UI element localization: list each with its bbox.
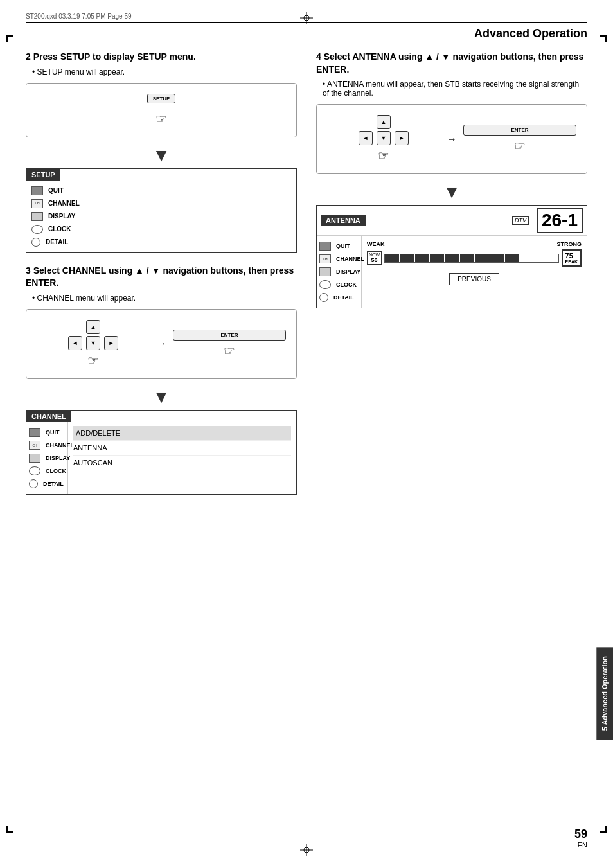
corner-mark-bl [6,825,14,833]
ant-display-icon [319,267,331,276]
page-number: 59 [574,828,587,841]
arrow-right-step4: → [443,134,461,145]
peak-value: 75 [565,252,578,260]
menu-item-quit: QUIT [31,184,291,197]
step3-nav-buttons: ▲ ◄ ▼ ► ☞ [37,320,150,368]
ch-menu-clock: CLOCK [29,465,65,477]
nav-right-btn: ► [104,336,118,350]
sub-item-add-delete: ADD/DELETE [73,426,291,441]
signal-fill [385,254,520,262]
page: ST200.qxd 03.3.19 7:05 PM Page 59 Advanc… [0,0,613,868]
quit-icon [31,186,43,195]
corner-mark-br [599,825,607,833]
antenna-header: ANTENNA DTV 26-1 [317,206,587,236]
sub-item-antenna: ANTENNA [73,441,291,456]
setup-remote: SETUP ☞ [37,94,286,127]
now-value: 56 [369,257,380,263]
setup-menu-header: SETUP [26,169,60,181]
ant-menu-clock: CLOCK [319,278,359,291]
clock-icon [31,225,43,234]
seg4 [430,254,445,262]
ch-display-label: DISPLAY [46,455,70,461]
step3-enter-panel: ENTER ☞ [173,330,286,359]
ch-quit-icon [29,428,40,437]
seg5 [445,254,459,262]
step4-remote-diagram: ▲ ◄ ▼ ► ☞ → ENTER ☞ [327,115,576,163]
seg2 [400,254,414,262]
menu-item-display: DISPLAY [31,210,291,223]
right-column: 4 Select ANTENNA using ▲ / ▼ navigation … [316,51,587,502]
hand-icon-step4-left: ☞ [327,148,440,163]
hand-icon-step4-right: ☞ [463,138,576,154]
step4-bullet: ANTENNA menu will appear, then STB start… [316,80,587,98]
seg9 [505,254,520,262]
step4-heading: 4 Select ANTENNA using ▲ / ▼ navigation … [316,51,587,76]
step3-diagram: ▲ ◄ ▼ ► ☞ → ENTER ☞ [26,309,297,379]
hand-icon-step3-right: ☞ [173,343,286,359]
ant-channel-icon: CH [319,254,331,263]
signal-labels: WEAK STRONG [367,241,582,247]
step2-section: 2 Press SETUP to display SETUP menu. SET… [26,51,297,253]
weak-label: WEAK [367,241,385,247]
crosshair-svg-bottom [300,844,313,856]
previous-button[interactable]: PREVIOUS [449,273,499,285]
menu-item-channel: CH CHANNEL [31,197,291,210]
ch-quit-label: QUIT [46,429,60,436]
ant-clock-label: CLOCK [336,281,357,288]
seg3 [415,254,430,262]
ant-menu-detail: DETAIL [319,291,359,304]
display-label: DISPLAY [48,213,75,220]
ch-menu-detail: DETAIL [29,477,65,490]
nav4-right-btn: ► [395,131,409,145]
ant-display-label: DISPLAY [336,269,360,275]
step3-section: 3 Select CHANNEL using ▲ / ▼ navigation … [26,265,297,495]
content-area: 2 Press SETUP to display SETUP menu. SET… [26,51,587,502]
ch-clock-label: CLOCK [46,468,66,474]
seg6 [460,254,475,262]
ant-menu-quit: QUIT [319,240,359,252]
step4-enter-panel: ENTER ☞ [463,125,576,154]
seg8 [490,254,505,262]
ant-channel-label: CHANNEL [336,256,364,262]
ch-menu-channel: CH CHANNEL [29,439,65,452]
detail-icon [31,238,40,247]
channel-sub-menu: ADD/DELETE ANTENNA AUTOSCAN [68,422,296,494]
channel-icon: CH [31,199,43,208]
ch-detail-label: DETAIL [43,481,64,487]
arrow-down-step3: ▼ [26,387,297,407]
antenna-menu-box: ANTENNA DTV 26-1 QUIT [316,205,587,308]
step3-heading: 3 Select CHANNEL using ▲ / ▼ navigation … [26,265,297,290]
step2-bullet: SETUP menu will appear. [26,67,297,76]
setup-menu-items: QUIT CH CHANNEL DISPLAY [26,181,296,252]
quit-label: QUIT [48,187,64,194]
channel-menu-box: CHANNEL QUIT CH CHANNEL [26,410,297,495]
seg7 [475,254,490,262]
ant-quit-label: QUIT [336,243,350,249]
side-tab: 5 Advanced Operation [596,647,613,740]
peak-box: 75 PEAK [562,249,582,267]
channel-number-display: 26-1 [537,208,583,233]
sub-item-autoscan: AUTOSCAN [73,456,291,470]
nav4-up-btn: ▲ [377,115,391,129]
nav-left-btn: ◄ [68,336,82,350]
ant-menu-channel: CH CHANNEL [319,252,359,265]
menu-item-detail: DETAIL [31,236,291,249]
crosshair-top [300,12,313,24]
ant-quit-icon [319,242,331,251]
step4-nav-buttons: ▲ ◄ ▼ ► ☞ [327,115,440,163]
step2-diagram: SETUP ☞ [26,83,297,137]
page-lang: EN [574,841,587,849]
crosshair-svg-top [300,12,313,24]
nav4-left-btn: ◄ [359,131,373,145]
dtv-badge: DTV [512,216,529,225]
ant-detail-label: DETAIL [333,294,354,301]
ant-detail-icon [319,293,328,302]
hand-icon-step2: ☞ [155,111,167,127]
hand-icon-step3-left: ☞ [37,353,150,368]
antenna-signal-area: WEAK STRONG NOW 56 [362,236,587,308]
antenna-left-menu: QUIT CH CHANNEL DISPLAY [317,236,362,308]
ant-clock-icon [319,280,331,289]
ch-menu-quit: QUIT [29,426,65,439]
page-footer: 59 EN [574,828,587,849]
arrow-down-step4: ▼ [316,182,587,202]
